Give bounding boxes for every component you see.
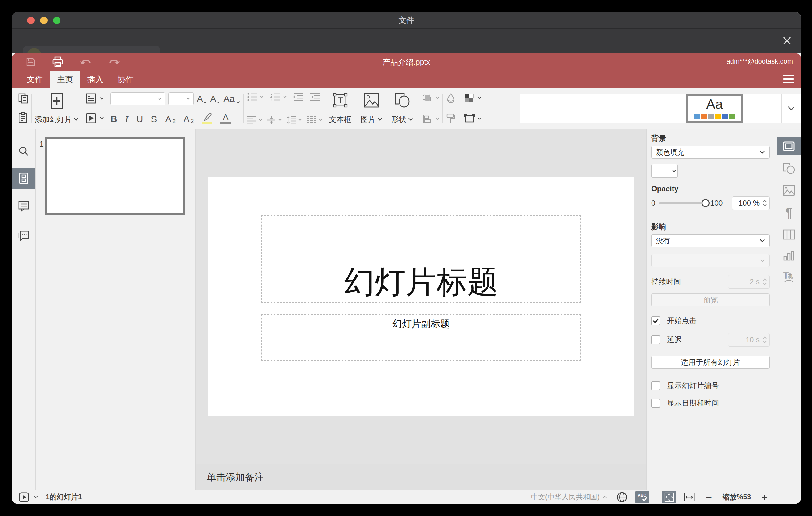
zoom-out-button[interactable]: − [706,492,712,503]
check-icon [653,318,659,323]
set-language-button[interactable] [616,491,628,503]
chat-button[interactable] [12,230,35,241]
tab-home[interactable]: 主页 [50,71,80,88]
spinner-up-icon[interactable] [763,336,767,339]
tab-collaboration[interactable]: 协作 [111,71,141,88]
delay-input[interactable]: 10 s [728,333,770,347]
decrease-indent-button[interactable] [293,92,303,102]
close-overlay-button[interactable] [781,35,793,47]
start-on-click-checkbox[interactable]: 开始点击 [651,316,770,325]
duration-input[interactable]: 2 s [728,275,770,289]
opacity-slider-knob[interactable] [701,199,709,207]
spinner-up-icon[interactable] [763,200,767,202]
increase-indent-button[interactable] [310,92,320,102]
shape-settings-tab[interactable] [777,162,801,175]
start-slideshow-button[interactable] [85,113,104,124]
background-fill-select[interactable]: 颜色填充 [651,146,770,159]
change-case-button[interactable]: Aa [223,93,240,104]
copy-button[interactable] [18,93,28,104]
line-spacing-button[interactable] [286,116,302,124]
svg-text:Ta: Ta [783,271,792,280]
chevron-down-icon[interactable] [33,495,38,499]
fit-to-width-button[interactable] [683,492,695,502]
underline-button[interactable]: U [136,114,143,124]
insert-textbox-button[interactable]: 文本框 [329,92,351,124]
table-settings-tab[interactable] [777,229,801,240]
opacity-input[interactable]: 100 % [732,196,770,210]
paragraph-settings-tab[interactable]: ¶ [777,206,801,219]
find-button[interactable] [12,146,35,157]
zoom-in-button[interactable]: + [761,492,767,503]
strikethrough-button[interactable]: S [151,114,157,124]
vertical-align-button[interactable] [267,116,282,124]
tab-file[interactable]: 文件 [20,71,50,88]
tab-insert[interactable]: 插入 [80,71,111,88]
slide-canvas[interactable]: 幻灯片标题 幻灯片副标题 [196,129,646,464]
textbox-icon [332,92,348,108]
highlight-color-button[interactable] [202,112,212,124]
slides-panel-button[interactable] [12,168,35,189]
slide-layout-button[interactable] [85,93,104,104]
spinner-up-icon[interactable] [763,278,767,281]
bold-button[interactable]: B [111,114,117,124]
effect-type-select[interactable] [651,254,770,267]
insert-shape-button[interactable]: 形状 [392,92,413,124]
chevron-down-icon [278,118,282,121]
opacity-slider[interactable] [659,202,708,204]
apply-to-all-slides-button[interactable]: 适用于所有幻灯片 [651,356,770,369]
comments-button[interactable] [12,201,35,212]
increase-font-button[interactable]: A [197,93,207,104]
horizontal-align-button[interactable] [247,116,263,124]
font-color-button[interactable]: A [220,113,231,124]
spinner-down-icon[interactable] [763,282,767,285]
arrange-shape-button[interactable] [422,93,439,104]
font-size-combo[interactable] [169,92,194,105]
notes-area[interactable]: 单击添加备注 [196,464,646,490]
align-shape-button[interactable] [422,114,439,124]
add-slide-button[interactable]: 添加幻灯片 [35,92,79,124]
font-name-combo[interactable] [111,92,165,105]
subtitle-placeholder[interactable]: 幻灯片副标题 [261,314,581,361]
spellcheck-button[interactable]: ABC [635,491,649,503]
decrease-font-button[interactable]: A [210,93,220,104]
subscript-button[interactable]: A2 [183,114,194,124]
italic-button[interactable]: I [125,114,128,124]
theme-slot-1[interactable] [520,94,570,122]
theme-slot-3[interactable] [628,94,686,122]
slide-surface[interactable]: 幻灯片标题 幻灯片副标题 [208,177,634,416]
theme-slot-5[interactable] [743,94,782,122]
paste-button[interactable] [18,112,28,124]
show-slide-number-checkbox[interactable]: 显示幻灯片编号 [651,381,770,391]
theme-selected[interactable]: Aa [686,94,743,122]
globe-icon [616,491,628,503]
fit-to-slide-button[interactable] [662,491,676,503]
spinner-down-icon[interactable] [763,204,767,206]
chart-settings-tab[interactable] [777,250,801,262]
paint-roller-icon [446,113,456,124]
theme-slot-2[interactable] [570,94,628,122]
effect-select[interactable]: 没有 [651,234,770,247]
columns-button[interactable] [306,116,323,124]
slide-size-button[interactable] [464,114,481,124]
slide-thumbnail-1[interactable] [45,137,185,216]
delay-checkbox[interactable]: 延迟 10 s [651,333,770,347]
theme-gallery-expand-button[interactable] [782,94,801,122]
show-date-time-checkbox[interactable]: 显示日期和时间 [651,398,770,408]
bullets-button[interactable] [247,92,264,102]
start-slideshow-status-button[interactable] [19,492,29,502]
preview-button[interactable]: 预览 [651,293,770,307]
title-placeholder[interactable]: 幻灯片标题 [261,216,581,303]
language-selector[interactable]: 中文(中华人民共和国) [531,492,607,502]
textart-settings-tab[interactable]: Ta [777,270,801,284]
background-color-picker[interactable] [651,164,678,178]
insert-image-button[interactable]: 图片 [361,92,382,124]
slide-settings-tab[interactable] [777,137,801,155]
menu-button[interactable] [783,75,794,83]
superscript-button[interactable]: A2 [165,114,175,124]
color-scheme-button[interactable] [464,93,481,104]
image-settings-tab[interactable] [777,184,801,196]
copy-style-button[interactable] [446,113,456,124]
spinner-down-icon[interactable] [763,340,767,343]
numbering-button[interactable] [270,92,287,102]
clear-style-button[interactable] [446,93,456,104]
